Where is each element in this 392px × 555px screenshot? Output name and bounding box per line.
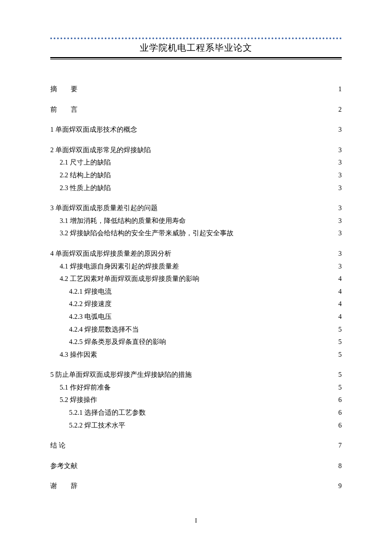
toc-entry-label: 谢 辞 <box>50 480 84 491</box>
toc-entry-label: 4.2.2 焊接速度 <box>50 298 112 309</box>
toc-entry-label: 4.2 工艺因素对单面焊双面成形焊接质量的影响 <box>50 273 199 284</box>
toc-entry-page: 3 <box>336 145 342 156</box>
header-dotted-rule <box>50 38 342 39</box>
toc-entry-label: 4 单面焊双面成形焊接质量差的原因分析 <box>50 248 171 259</box>
toc-entry: 参考文献8 <box>50 460 342 471</box>
toc-entry-label: 1 单面焊双面成形技术的概念 <box>50 124 137 135</box>
toc-entry-label: 3 单面焊双面成形质量差引起的问题 <box>50 202 158 214</box>
toc-entry-page: 6 <box>336 394 342 405</box>
toc-entry: 1 单面焊双面成形技术的概念3 <box>50 124 342 135</box>
toc-entry: 4.3 操作因素5 <box>50 349 342 360</box>
toc-entry-page: 8 <box>336 460 342 471</box>
header-title: 业学院机电工程系毕业论文 <box>50 40 342 57</box>
toc-entry: 谢 辞9 <box>50 480 342 491</box>
toc-entry: 4.2.4 焊接层数选择不当5 <box>50 324 342 335</box>
toc-entry-page: 4 <box>336 286 342 297</box>
toc-entry-label: 2.2 结构上的缺陷 <box>50 170 111 181</box>
toc-entry-page: 3 <box>336 124 342 135</box>
toc-entry: 3 单面焊双面成形质量差引起的问题3 <box>50 202 342 214</box>
toc-entry-label: 4.2.5 焊条类形及焊条直径的影响 <box>50 336 166 347</box>
toc-entry-label: 3.1 增加消耗，降低结构的质量和使用寿命 <box>50 215 186 226</box>
toc-entry-page: 6 <box>336 407 342 418</box>
toc-entry: 5.1 作好焊前准备5 <box>50 382 342 393</box>
toc-entry: 前 言2 <box>50 104 342 115</box>
toc-entry-label: 5.2.2 焊工技术水平 <box>50 420 125 431</box>
toc-entry-label: 5.2 焊接操作 <box>50 394 97 405</box>
toc-entry-label: 4.2.3 电弧电压 <box>50 311 112 322</box>
toc-entry: 2 单面焊双面成形常见的焊接缺陷3 <box>50 145 342 156</box>
toc-entry-page: 5 <box>336 349 342 360</box>
toc-entry-label: 4.3 操作因素 <box>50 349 97 360</box>
toc-entry: 3.1 增加消耗，降低结构的质量和使用寿命3 <box>50 215 342 226</box>
toc-entry-label: 摘 要 <box>50 84 84 95</box>
toc-entry: 2.2 结构上的缺陷3 <box>50 170 342 181</box>
toc-entry-page: 5 <box>336 336 342 347</box>
toc-entry: 4 单面焊双面成形焊接质量差的原因分析3 <box>50 248 342 259</box>
toc-entry-label: 4.2.4 焊接层数选择不当 <box>50 324 139 335</box>
toc-entry-page: 6 <box>336 420 342 431</box>
toc-entry: 5.2.2 焊工技术水平6 <box>50 420 342 431</box>
toc-entry-page: 1 <box>336 84 342 95</box>
toc-entry-page: 3 <box>336 157 342 168</box>
toc-entry: 4.2.2 焊接速度4 <box>50 298 342 309</box>
toc-entry-page: 3 <box>336 182 342 194</box>
toc-entry: 4.1 焊接电源自身因素引起的焊接质量差3 <box>50 261 342 272</box>
toc-entry: 结 论7 <box>50 440 342 451</box>
toc-entry: 5 防止单面焊双面成形焊接产生焊接缺陷的措施5 <box>50 369 342 380</box>
toc-entry-label: 5.1 作好焊前准备 <box>50 382 111 393</box>
page: 业学院机电工程系毕业论文 摘 要1前 言21 单面焊双面成形技术的概念32 单面… <box>0 0 392 517</box>
toc-entry-label: 前 言 <box>50 104 84 115</box>
toc-entry-page: 3 <box>336 248 342 259</box>
toc-entry-label: 2.1 尺寸上的缺陷 <box>50 157 111 168</box>
toc-entry: 4.2.3 电弧电压4 <box>50 311 342 322</box>
toc-entry-label: 参考文献 <box>50 460 78 471</box>
toc-entry-label: 2 单面焊双面成形常见的焊接缺陷 <box>50 145 151 156</box>
header-double-rule <box>50 57 342 60</box>
toc-entry-page: 7 <box>336 440 342 451</box>
toc-entry: 4.2 工艺因素对单面焊双面成形焊接质量的影响4 <box>50 273 342 284</box>
toc-entry-label: 结 论 <box>50 440 66 451</box>
toc-entry-page: 9 <box>336 480 342 491</box>
toc-entry-page: 3 <box>336 228 342 239</box>
toc-entry-label: 4.1 焊接电源自身因素引起的焊接质量差 <box>50 261 179 272</box>
toc-entry: 摘 要1 <box>50 84 342 95</box>
toc-entry-page: 3 <box>336 215 342 226</box>
toc-entry-page: 4 <box>336 273 342 284</box>
toc-entry-page: 4 <box>336 298 342 309</box>
toc-entry-label: 5 防止单面焊双面成形焊接产生焊接缺陷的措施 <box>50 369 192 380</box>
toc-entry: 4.2.5 焊条类形及焊条直径的影响5 <box>50 336 342 347</box>
toc-entry: 3.2 焊接缺陷会给结构的安全生产带来威胁，引起安全事故3 <box>50 228 342 239</box>
page-number: I <box>0 517 392 524</box>
toc-entry: 5.2 焊接操作6 <box>50 394 342 405</box>
toc-entry-page: 5 <box>336 324 342 335</box>
toc-entry-label: 3.2 焊接缺陷会给结构的安全生产带来威胁，引起安全事故 <box>50 228 233 239</box>
toc-entry: 4.2.1 焊接电流4 <box>50 286 342 297</box>
table-of-contents: 摘 要1前 言21 单面焊双面成形技术的概念32 单面焊双面成形常见的焊接缺陷3… <box>50 84 342 491</box>
toc-entry-page: 2 <box>336 104 342 115</box>
toc-entry: 2.1 尺寸上的缺陷3 <box>50 157 342 168</box>
toc-entry-label: 5.2.1 选择合适的工艺参数 <box>50 407 146 418</box>
toc-entry: 2.3 性质上的缺陷3 <box>50 182 342 194</box>
toc-entry-page: 5 <box>336 369 342 380</box>
toc-entry-label: 2.3 性质上的缺陷 <box>50 182 111 194</box>
page-header: 业学院机电工程系毕业论文 <box>50 38 342 60</box>
toc-entry-page: 3 <box>336 170 342 181</box>
toc-entry-page: 3 <box>336 261 342 272</box>
toc-entry-page: 4 <box>336 311 342 322</box>
toc-entry-page: 5 <box>336 382 342 393</box>
toc-entry-page: 3 <box>336 202 342 214</box>
toc-entry-label: 4.2.1 焊接电流 <box>50 286 112 297</box>
toc-entry: 5.2.1 选择合适的工艺参数6 <box>50 407 342 418</box>
